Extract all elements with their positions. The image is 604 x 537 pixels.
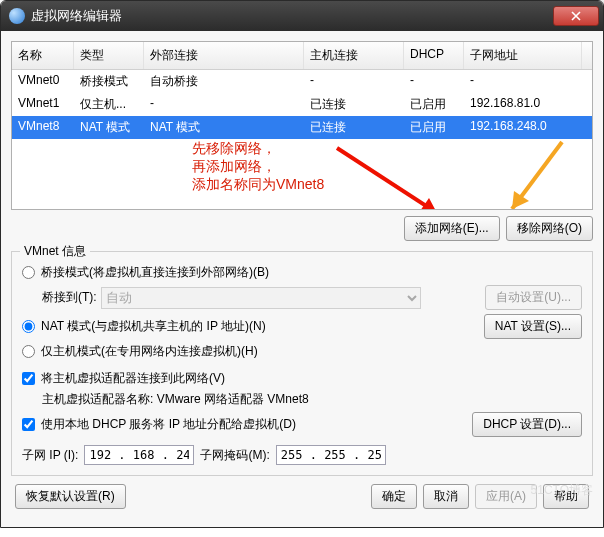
cell: NAT 模式 <box>74 116 144 139</box>
subnet-ip-field[interactable] <box>84 445 194 465</box>
col-type[interactable]: 类型 <box>74 42 144 69</box>
auto-settings-button: 自动设置(U)... <box>485 285 582 310</box>
hostadapter-check-label[interactable]: 将主机虚拟适配器连接到此网络(V) <box>22 370 225 387</box>
arrow-orange-icon <box>452 139 572 210</box>
nat-label-text: NAT 模式(与虚拟机共享主机的 IP 地址)(N) <box>41 318 266 335</box>
dhcp-checkbox[interactable] <box>22 418 35 431</box>
help-button[interactable]: 帮助 <box>543 484 589 509</box>
cell: VMnet0 <box>12 70 74 93</box>
close-icon <box>571 11 581 21</box>
arrow-red-icon <box>332 143 452 210</box>
col-name[interactable]: 名称 <box>12 42 74 69</box>
nat-settings-button[interactable]: NAT 设置(S)... <box>484 314 582 339</box>
dhcp-check-label[interactable]: 使用本地 DHCP 服务将 IP 地址分配给虚拟机(D) <box>22 416 296 433</box>
bridge-to-row: 桥接到(T): 自动 自动设置(U)... <box>42 285 582 310</box>
window-title: 虚拟网络编辑器 <box>31 7 553 25</box>
col-subnet[interactable]: 子网地址 <box>464 42 582 69</box>
network-list[interactable]: 名称 类型 外部连接 主机连接 DHCP 子网地址 VMnet0 桥接模式 自动… <box>11 41 593 210</box>
ok-button[interactable]: 确定 <box>371 484 417 509</box>
cell: 已连接 <box>304 116 404 139</box>
subnet-mask-field[interactable] <box>276 445 386 465</box>
window: 虚拟网络编辑器 名称 类型 外部连接 主机连接 DHCP 子网地址 VMnet0… <box>0 0 604 528</box>
nat-radio[interactable] <box>22 320 35 333</box>
nat-radio-label[interactable]: NAT 模式(与虚拟机共享主机的 IP 地址)(N) <box>22 318 266 335</box>
dhcp-settings-button[interactable]: DHCP 设置(D)... <box>472 412 582 437</box>
bridge-option-row: 桥接模式(将虚拟机直接连接到外部网络)(B) <box>22 264 582 281</box>
cell: NAT 模式 <box>144 116 304 139</box>
bridge-radio-label[interactable]: 桥接模式(将虚拟机直接连接到外部网络)(B) <box>22 264 269 281</box>
cell: 192.168.248.0 <box>464 116 582 139</box>
app-icon <box>9 8 25 24</box>
hostonly-label-text: 仅主机模式(在专用网络内连接虚拟机)(H) <box>41 343 258 360</box>
cell: 已连接 <box>304 93 404 116</box>
svg-marker-1 <box>420 198 437 210</box>
close-button[interactable] <box>553 6 599 26</box>
hostonly-radio-label[interactable]: 仅主机模式(在专用网络内连接虚拟机)(H) <box>22 343 258 360</box>
hostadapter-checkbox[interactable] <box>22 372 35 385</box>
cell: 自动桥接 <box>144 70 304 93</box>
hostadapter-name-value: VMware 网络适配器 VMnet8 <box>157 392 309 406</box>
subnet-row: 子网 IP (I): 子网掩码(M): <box>22 445 582 465</box>
dhcp-label-text: 使用本地 DHCP 服务将 IP 地址分配给虚拟机(D) <box>41 416 296 433</box>
col-dhcp[interactable]: DHCP <box>404 42 464 69</box>
group-title: VMnet 信息 <box>20 243 90 260</box>
titlebar[interactable]: 虚拟网络编辑器 <box>1 1 603 31</box>
hostadapter-name-label: 主机虚拟适配器名称: <box>42 392 157 406</box>
hostadapter-name-row: 主机虚拟适配器名称: VMware 网络适配器 VMnet8 <box>42 391 582 408</box>
bridge-label-text: 桥接模式(将虚拟机直接连接到外部网络)(B) <box>41 264 269 281</box>
annotation-text: 先移除网络， 再添加网络， 添加名称同为VMnet8 <box>192 139 324 193</box>
nat-option-row: NAT 模式(与虚拟机共享主机的 IP 地址)(N) NAT 设置(S)... <box>22 314 582 339</box>
table-row[interactable]: VMnet0 桥接模式 自动桥接 - - - <box>12 70 592 93</box>
vmnet-info-group: VMnet 信息 桥接模式(将虚拟机直接连接到外部网络)(B) 桥接到(T): … <box>11 251 593 476</box>
hostonly-option-row: 仅主机模式(在专用网络内连接虚拟机)(H) <box>22 343 582 360</box>
list-header: 名称 类型 外部连接 主机连接 DHCP 子网地址 <box>12 42 592 70</box>
cell: - <box>304 70 404 93</box>
cell: - <box>144 93 304 116</box>
cell: - <box>464 70 582 93</box>
cell: 仅主机... <box>74 93 144 116</box>
hostadapter-label-text: 将主机虚拟适配器连接到此网络(V) <box>41 370 225 387</box>
apply-button: 应用(A) <box>475 484 537 509</box>
restore-defaults-button[interactable]: 恢复默认设置(R) <box>15 484 126 509</box>
cell: 已启用 <box>404 93 464 116</box>
annotation-line: 添加名称同为VMnet8 <box>192 176 324 192</box>
cell: 已启用 <box>404 116 464 139</box>
cell: VMnet1 <box>12 93 74 116</box>
hostadapter-row: 将主机虚拟适配器连接到此网络(V) <box>22 370 582 387</box>
hostonly-radio[interactable] <box>22 345 35 358</box>
svg-marker-3 <box>512 191 529 209</box>
remove-network-button[interactable]: 移除网络(O) <box>506 216 593 241</box>
subnet-ip-label: 子网 IP (I): <box>22 447 78 464</box>
annotation-line: 再添加网络， <box>192 158 276 174</box>
cell: 192.168.81.0 <box>464 93 582 116</box>
cancel-button[interactable]: 取消 <box>423 484 469 509</box>
cell: - <box>404 70 464 93</box>
bridge-radio[interactable] <box>22 266 35 279</box>
cell: VMnet8 <box>12 116 74 139</box>
col-ext[interactable]: 外部连接 <box>144 42 304 69</box>
client-area: 名称 类型 外部连接 主机连接 DHCP 子网地址 VMnet0 桥接模式 自动… <box>1 31 603 527</box>
table-row-selected[interactable]: VMnet8 NAT 模式 NAT 模式 已连接 已启用 192.168.248… <box>12 116 592 139</box>
svg-line-0 <box>337 148 437 210</box>
subnet-mask-label: 子网掩码(M): <box>200 447 269 464</box>
list-blank: 先移除网络， 再添加网络， 添加名称同为VMnet8 <box>12 139 592 209</box>
bottom-bar: 恢复默认设置(R) 确定 取消 应用(A) 帮助 <box>11 476 593 517</box>
bridge-to-select: 自动 <box>101 287 421 309</box>
dhcp-row: 使用本地 DHCP 服务将 IP 地址分配给虚拟机(D) DHCP 设置(D).… <box>22 412 582 437</box>
cell: 桥接模式 <box>74 70 144 93</box>
table-row[interactable]: VMnet1 仅主机... - 已连接 已启用 192.168.81.0 <box>12 93 592 116</box>
col-host[interactable]: 主机连接 <box>304 42 404 69</box>
bridge-to-label: 桥接到(T): <box>42 289 97 306</box>
svg-line-2 <box>512 142 562 209</box>
annotation-line: 先移除网络， <box>192 140 276 156</box>
add-network-button[interactable]: 添加网络(E)... <box>404 216 500 241</box>
network-buttons: 添加网络(E)... 移除网络(O) <box>11 210 593 243</box>
